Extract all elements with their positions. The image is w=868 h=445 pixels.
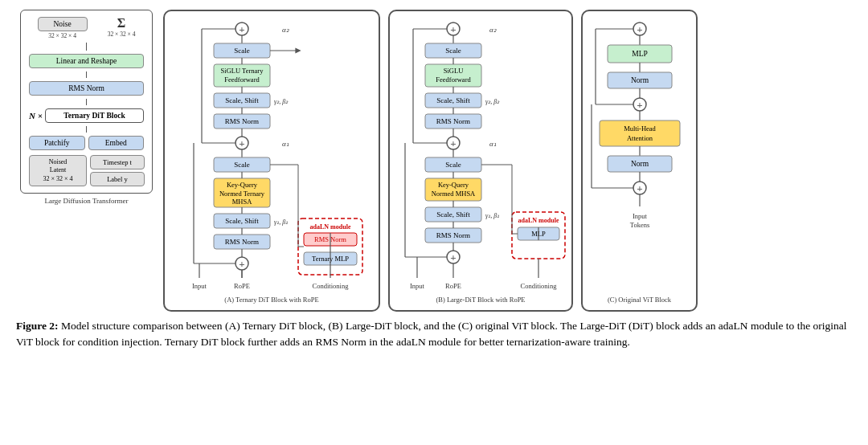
svg-text:Scale, Shift: Scale, Shift bbox=[225, 96, 259, 104]
svg-text:Feedforward: Feedforward bbox=[224, 76, 260, 84]
panel-c-svg: + MLP Norm + Multi-Head bbox=[588, 18, 692, 291]
figure-caption: Figure 2: Model structure comparison bet… bbox=[16, 318, 852, 351]
svg-text:+: + bbox=[450, 23, 456, 35]
svg-text:adaLN module: adaLN module bbox=[310, 223, 351, 231]
svg-text:+: + bbox=[239, 258, 244, 270]
ternary-dit-block: Ternary DiT Block bbox=[45, 108, 144, 123]
svg-text:+: + bbox=[450, 251, 456, 263]
svg-text:γ₁, β₁: γ₁, β₁ bbox=[485, 212, 499, 219]
svg-text:+: + bbox=[637, 23, 642, 35]
ldt-title: Large Diffusion Transformer bbox=[44, 197, 128, 205]
svg-text:RMS Norm: RMS Norm bbox=[225, 117, 259, 125]
noise-block: Noise bbox=[38, 17, 88, 31]
svg-text:Multi-Head: Multi-Head bbox=[624, 125, 656, 133]
noised-latent-block: Noised Latent 32 × 32 × 4 bbox=[29, 155, 87, 186]
svg-text:Norm: Norm bbox=[630, 76, 649, 84]
svg-text:Conditioning: Conditioning bbox=[313, 282, 350, 290]
panel-b-title: (B) Large-DiT Block with RoPE bbox=[436, 296, 525, 304]
svg-text:Norm: Norm bbox=[630, 160, 649, 168]
embed-block: Embed bbox=[88, 136, 145, 150]
svg-text:α₁: α₁ bbox=[489, 140, 497, 148]
svg-text:α₁: α₁ bbox=[282, 140, 289, 148]
svg-text:Tokens: Tokens bbox=[190, 289, 209, 291]
svg-text:MHSA: MHSA bbox=[232, 198, 252, 206]
svg-text:RMS Norm: RMS Norm bbox=[436, 231, 470, 239]
panel-c: + MLP Norm + Multi-Head bbox=[581, 10, 698, 312]
svg-text:Scale: Scale bbox=[445, 47, 461, 55]
svg-text:Normed MHSA: Normed MHSA bbox=[432, 190, 476, 198]
svg-text:Scale, Shift: Scale, Shift bbox=[436, 96, 470, 104]
figure-label: Figure 2: bbox=[16, 320, 59, 332]
svg-text:+: + bbox=[450, 137, 456, 149]
connector-v3 bbox=[86, 99, 87, 105]
panel-a: + α₂ Scale SiGLU Ternary Feedforward bbox=[163, 10, 380, 312]
svg-text:Scale: Scale bbox=[445, 161, 461, 169]
patchify-block: Patchify bbox=[29, 136, 85, 150]
sigma-symbol: Σ bbox=[117, 17, 125, 30]
page-container: Noise 32 × 32 × 4 Σ 32 × 32 × 4 Linear a… bbox=[0, 0, 868, 445]
svg-text:Input: Input bbox=[633, 212, 648, 220]
diagram-area: Noise 32 × 32 × 4 Σ 32 × 32 × 4 Linear a… bbox=[16, 10, 852, 312]
svg-text:Key-Query: Key-Query bbox=[227, 181, 258, 189]
panel-b-svg: + α₂ Scale SiGLU Feedforward Scale, Shif… bbox=[393, 18, 568, 291]
svg-text:RoPE: RoPE bbox=[234, 282, 250, 290]
svg-text:+: + bbox=[637, 182, 642, 194]
ldt-inner: Noise 32 × 32 × 4 Σ 32 × 32 × 4 Linear a… bbox=[20, 10, 153, 194]
timestep-block: Timestep t bbox=[90, 155, 145, 169]
svg-text:Normed Ternary: Normed Ternary bbox=[219, 190, 265, 198]
svg-text:γ₁, β₁: γ₁, β₁ bbox=[274, 218, 288, 226]
panel-a-svg: + α₂ Scale SiGLU Ternary Feedforward bbox=[170, 18, 374, 291]
panel-c-title: (C) Original ViT Block bbox=[608, 296, 671, 304]
svg-text:+: + bbox=[239, 23, 244, 35]
svg-text:γ₂, β₂: γ₂, β₂ bbox=[274, 98, 289, 105]
svg-text:SiGLU Ternary: SiGLU Ternary bbox=[221, 67, 264, 75]
svg-text:+: + bbox=[637, 99, 642, 111]
svg-text:Conditioning: Conditioning bbox=[521, 282, 558, 290]
svg-text:Scale: Scale bbox=[234, 161, 250, 169]
caption-text: Model structure comparison between (A) T… bbox=[16, 320, 846, 348]
svg-text:RoPE: RoPE bbox=[445, 282, 461, 290]
svg-text:MLP: MLP bbox=[632, 50, 648, 58]
linear-reshape-block: Linear and Reshape bbox=[29, 54, 144, 68]
connector-v4 bbox=[86, 126, 87, 133]
label-y-block: Label y bbox=[90, 172, 145, 186]
svg-text:α₂: α₂ bbox=[282, 26, 289, 34]
panel-a-title: (A) Ternary DiT Block with RoPE bbox=[224, 296, 318, 304]
sigma-size: 32 × 32 × 4 bbox=[108, 31, 136, 38]
svg-text:γ₂, β₂: γ₂, β₂ bbox=[485, 98, 500, 105]
svg-text:+: + bbox=[239, 137, 244, 149]
svg-text:Tokens: Tokens bbox=[407, 289, 427, 291]
svg-text:Attention: Attention bbox=[626, 134, 653, 142]
svg-text:Tokens: Tokens bbox=[629, 221, 649, 229]
noise-size: 32 × 32 × 4 bbox=[48, 32, 76, 39]
svg-text:adaLN module: adaLN module bbox=[518, 217, 559, 224]
svg-text:Scale, Shift: Scale, Shift bbox=[225, 217, 259, 225]
svg-text:RMS Norm: RMS Norm bbox=[436, 117, 470, 125]
svg-text:α₂: α₂ bbox=[489, 26, 497, 34]
panel-b: + α₂ Scale SiGLU Feedforward Scale, Shif… bbox=[388, 10, 573, 312]
svg-text:Feedforward: Feedforward bbox=[436, 76, 471, 84]
svg-text:SiGLU: SiGLU bbox=[444, 67, 464, 75]
nx-label: N × bbox=[29, 111, 43, 120]
connector-v2 bbox=[86, 71, 87, 78]
connector-v1 bbox=[86, 43, 87, 51]
middle-panels: + α₂ Scale SiGLU Ternary Feedforward bbox=[163, 10, 852, 312]
ldt-panel: Noise 32 × 32 × 4 Σ 32 × 32 × 4 Linear a… bbox=[16, 10, 157, 205]
rms-norm-block: RMS Norm bbox=[29, 81, 144, 96]
svg-text:Scale: Scale bbox=[234, 47, 250, 55]
svg-text:RMS Norm: RMS Norm bbox=[225, 238, 259, 246]
svg-text:Scale, Shift: Scale, Shift bbox=[436, 210, 470, 218]
svg-text:Key-Query: Key-Query bbox=[438, 181, 469, 189]
